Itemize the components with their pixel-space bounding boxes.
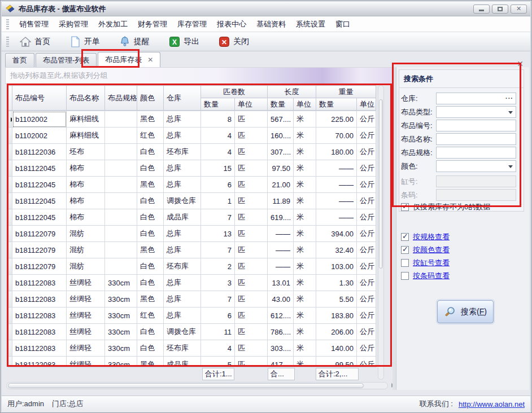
grid-cell[interactable]: 1 — [201, 193, 235, 209]
grid-cell[interactable]: 棉布 — [67, 209, 105, 226]
chevron-down-icon[interactable] — [508, 165, 513, 168]
grid-cell[interactable]: 米 — [294, 357, 316, 368]
grid-cell[interactable]: 567.... — [268, 111, 294, 128]
grid-cell[interactable]: 330cm — [105, 357, 137, 368]
grid-cell[interactable]: 21.00 — [268, 177, 294, 193]
grid-cell[interactable]: 225.00 — [316, 111, 357, 128]
table-row[interactable]: b181122083丝绸轻330cm白色总库3匹13.01米1.30公斤 — [8, 275, 376, 291]
color-dropdown[interactable] — [436, 160, 516, 172]
menu-inventory[interactable]: 库存管理 — [172, 17, 212, 32]
grid-cell[interactable]: 丝绸轻 — [67, 291, 105, 307]
row-indicator[interactable] — [8, 226, 12, 242]
grid-cell[interactable]: 米 — [294, 291, 316, 307]
grid-cell[interactable]: 4 — [201, 128, 235, 144]
grid-cell[interactable]: b181122045 — [12, 209, 67, 226]
grid-cell[interactable]: 7 — [201, 242, 235, 258]
view-by-spec-link[interactable]: 按规格查看 — [413, 232, 450, 242]
grid-cell[interactable]: —— — [268, 258, 294, 275]
grid-cell[interactable]: 匹 — [235, 209, 268, 226]
grid-cell[interactable]: 总库 — [164, 177, 201, 193]
table-row[interactable]: b181122045棉布白色调拨仓库1匹11.89米——公斤 — [8, 193, 376, 209]
grid-cell[interactable]: 匹 — [235, 128, 268, 144]
grid-cell[interactable]: b181122079 — [12, 242, 67, 258]
grid-cell[interactable]: 混纺 — [67, 242, 105, 258]
menu-sales[interactable]: 销售管理 — [14, 17, 54, 32]
col-header-color[interactable]: 颜色 — [137, 86, 164, 111]
grid-cell[interactable]: 140.00 — [316, 340, 357, 357]
view-by-vat-row[interactable]: 按缸号查看 — [401, 258, 450, 268]
grid-cell[interactable]: 匹 — [235, 226, 268, 242]
grid-cell[interactable] — [105, 177, 137, 193]
panel-close-icon[interactable]: ✕ — [517, 59, 524, 68]
grid-cell[interactable]: 米 — [294, 242, 316, 258]
grid-cell[interactable]: 米 — [294, 226, 316, 242]
grid-cell[interactable]: 棉布 — [67, 160, 105, 177]
grid-cell[interactable] — [105, 226, 137, 242]
grid-cell[interactable]: 70.00 — [316, 128, 357, 144]
row-indicator[interactable] — [8, 275, 12, 291]
grid-cell[interactable]: 匹 — [235, 242, 268, 258]
grid-cell[interactable]: 白色 — [137, 209, 164, 226]
grid-cell[interactable]: 330cm — [105, 307, 137, 324]
grid-cell[interactable]: 黑色 — [137, 111, 164, 128]
grid-cell[interactable]: 公斤 — [357, 307, 376, 324]
grid-cell[interactable]: 303.... — [268, 340, 294, 357]
row-indicator[interactable] — [8, 111, 12, 128]
grid-cell[interactable]: 8 — [201, 111, 235, 128]
grid-cell[interactable]: 15 — [201, 160, 235, 177]
grid-cell[interactable]: —— — [316, 160, 357, 177]
table-row[interactable]: b181122083丝绸轻330cm红色总库6匹612....米183.80公斤 — [8, 307, 376, 324]
grid-cell[interactable]: 公斤 — [357, 111, 376, 128]
grid-cell[interactable]: b181122079 — [12, 226, 67, 242]
grid-cell[interactable]: 黑色 — [137, 357, 164, 368]
tab-fabric-list[interactable]: 布品管理-列表 — [36, 53, 97, 67]
grid-cell[interactable] — [105, 193, 137, 209]
tab-home[interactable]: 首页 — [5, 53, 34, 67]
grid-cell[interactable]: 坯布 — [67, 144, 105, 160]
table-row[interactable]: b181122083丝绸轻330cm白色调拨仓库11匹786....米206.0… — [8, 324, 376, 340]
grid-cell[interactable]: 匹 — [235, 340, 268, 357]
grid-cell[interactable]: 米 — [294, 193, 316, 209]
table-row[interactable]: b181122083丝绸轻330cm白色坯布库4匹303....米140.00公… — [8, 340, 376, 357]
grid-cell[interactable]: b1102002 — [12, 128, 67, 144]
grid-cell[interactable]: 5 — [201, 357, 235, 368]
grid-cell[interactable]: 公斤 — [357, 340, 376, 357]
grid-cell[interactable]: 白色 — [137, 226, 164, 242]
export-button[interactable]: X 导出 — [163, 34, 205, 50]
home-button[interactable]: 首页 — [14, 34, 56, 50]
band-header-pieces[interactable]: 匹卷数 — [201, 86, 268, 98]
ellipsis-picker-icon[interactable]: ··· — [505, 95, 513, 102]
grid-cell[interactable]: 103.00 — [316, 258, 357, 275]
grid-cell[interactable]: 2 — [201, 258, 235, 275]
grid-cell[interactable]: 成品库 — [164, 209, 201, 226]
grid-cell[interactable]: 麻料细线 — [67, 111, 105, 128]
grid-cell[interactable]: b181122083 — [12, 275, 67, 291]
menu-finance[interactable]: 财务管理 — [133, 17, 172, 32]
grid-cell[interactable]: 黑色 — [137, 291, 164, 307]
grid-cell[interactable]: 坯布库 — [164, 340, 201, 357]
grid-cell[interactable]: 330cm — [105, 275, 137, 291]
grid-cell[interactable]: 43.00 — [268, 291, 294, 307]
grid-cell[interactable] — [105, 258, 137, 275]
grid-cell[interactable]: 坯布库 — [164, 144, 201, 160]
close-button[interactable]: ✕ — [511, 5, 527, 14]
tab-close-icon[interactable]: ✕ — [147, 56, 153, 64]
grid-cell[interactable]: 总库 — [164, 160, 201, 177]
grid-cell[interactable] — [105, 209, 137, 226]
subcol-length-qty[interactable]: 数量 — [268, 98, 294, 111]
grid-cell[interactable]: b181122083 — [12, 291, 67, 307]
grid-cell[interactable]: 匹 — [235, 160, 268, 177]
grid-cell[interactable]: 公斤 — [357, 242, 376, 258]
col-header-warehouse[interactable]: 仓库 — [164, 86, 201, 111]
reminder-button[interactable]: 提醒 — [114, 34, 155, 50]
grid-cell[interactable]: 公斤 — [357, 177, 376, 193]
grid-cell[interactable]: 330cm — [105, 324, 137, 340]
grid-cell[interactable]: b181122079 — [12, 258, 67, 275]
grid-cell[interactable]: 棉布 — [67, 193, 105, 209]
grid-cell[interactable]: 公斤 — [357, 193, 376, 209]
grid-cell[interactable] — [105, 111, 137, 128]
grid-cell[interactable]: 黑色 — [137, 242, 164, 258]
grid-cell[interactable]: 公斤 — [357, 357, 376, 368]
grid-cell[interactable]: 白色 — [137, 160, 164, 177]
grid-cell[interactable]: 97.50 — [268, 160, 294, 177]
